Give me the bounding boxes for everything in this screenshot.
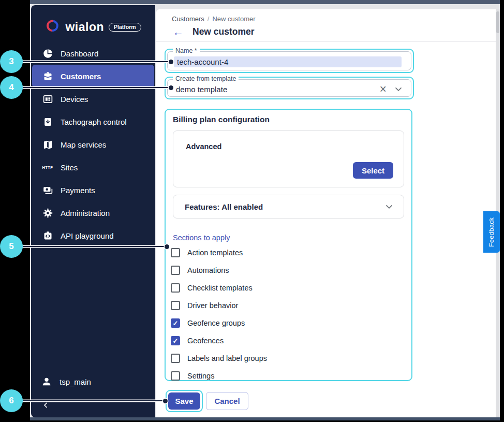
annotation-line-5: [21, 246, 166, 247]
breadcrumb-new-customer: New customer: [212, 15, 255, 23]
sidebar-item-label: Administration: [61, 209, 110, 217]
template-field-annotation-frame: Create from template demo template ×: [165, 77, 414, 99]
checkbox-automations[interactable]: ✓ Automations: [171, 261, 398, 279]
annotation-marker-4: 4: [0, 76, 23, 99]
api-code-icon: [41, 229, 54, 242]
sidebar-item-map-services[interactable]: Map services: [32, 133, 154, 156]
checkbox-icon: ✓: [171, 318, 180, 328]
checkbox-icon: ✓: [171, 354, 180, 363]
dashboard-icon: [41, 47, 54, 60]
template-selected-value: demo template: [176, 85, 380, 94]
sidebar-item-label: Tachograph control: [61, 118, 127, 126]
checkbox-geofence-groups[interactable]: ✓ Geofence groups: [171, 314, 398, 332]
sidebar-item-administration[interactable]: Administration: [32, 201, 154, 224]
annotation-marker-5: 5: [0, 235, 23, 258]
template-field-label: Create from template: [173, 75, 239, 82]
save-annotation-frame: Save: [166, 390, 203, 412]
tachograph-download-icon: [41, 115, 54, 128]
checkbox-driver-behavior[interactable]: ✓ Driver behavior: [171, 297, 398, 314]
name-field-label: Name *: [173, 47, 200, 54]
sidebar-item-sites[interactable]: HTTP Sites: [32, 156, 154, 179]
name-field[interactable]: Name * tech-account-4: [167, 51, 411, 70]
logo-wordmark: wialon: [65, 20, 104, 34]
person-icon: [40, 375, 53, 388]
sidebar-item-label: Customers: [61, 72, 101, 81]
sidebar-item-label: Devices: [61, 95, 88, 104]
logo: wialon Platform: [31, 18, 155, 36]
billing-plan-name: Advanced: [186, 142, 221, 151]
checkbox-icon: ✓: [171, 371, 180, 381]
features-accordion[interactable]: Features: All enabled: [173, 195, 404, 219]
chevron-down-icon[interactable]: [393, 84, 404, 94]
checkbox-checklist-templates[interactable]: ✓ Checklist templates: [171, 279, 398, 297]
screenshot-stage: wialon Platform Dashboard Customers: [0, 0, 504, 422]
feedback-tab[interactable]: Feedback: [483, 211, 500, 253]
clear-icon[interactable]: ×: [380, 84, 387, 94]
breadcrumb-customers[interactable]: Customers: [172, 15, 204, 23]
billing-plan-card: Advanced Select: [173, 130, 404, 187]
header-divider: [156, 41, 496, 42]
billing-section-annotation-frame: Billing plan configuration Advanced Sele…: [165, 109, 412, 381]
window-bottom-bar: [30, 417, 500, 420]
page-title: New customer: [192, 26, 255, 37]
checkbox-geofences[interactable]: ✓ Geofences: [171, 332, 398, 350]
annotation-line-4: [21, 87, 170, 88]
annotation-marker-6: 6: [0, 389, 23, 412]
devices-grid-icon: [41, 93, 54, 105]
scrollbar-thumb[interactable]: [496, 11, 499, 33]
save-button[interactable]: Save: [168, 392, 200, 410]
http-icon: HTTP: [41, 161, 54, 173]
window-top-bar: [30, 0, 500, 4]
sidebar-item-payments[interactable]: Payments: [32, 179, 154, 201]
chevron-down-icon: [384, 201, 394, 212]
checkbox-icon: ✓: [171, 301, 180, 310]
cancel-button[interactable]: Cancel: [206, 392, 248, 410]
briefcase-icon: [41, 70, 54, 82]
checkbox-icon: ✓: [171, 248, 180, 257]
template-select-field[interactable]: Create from template demo template ×: [167, 79, 411, 97]
sections-to-apply-label: Sections to apply: [173, 234, 230, 242]
annotation-line-3: [21, 61, 170, 62]
breadcrumb: Customers/New customer: [172, 15, 256, 23]
sidebar-item-label: Payments: [61, 186, 95, 195]
sidebar-item-devices[interactable]: Devices: [32, 88, 154, 110]
annotation-marker-3: 3: [0, 50, 23, 73]
sidebar-user[interactable]: tsp_main: [40, 374, 91, 389]
checkbox-icon: ✓: [171, 266, 180, 275]
name-input-value[interactable]: tech-account-4: [174, 56, 402, 67]
checkbox-action-templates[interactable]: ✓ Action templates: [171, 244, 398, 261]
sidebar-item-customers[interactable]: Customers: [32, 65, 154, 88]
checkbox-settings[interactable]: ✓ Settings: [171, 367, 398, 385]
breadcrumb-separator: /: [207, 15, 210, 23]
sidebar-item-api-playground[interactable]: API playground: [32, 224, 154, 247]
sidebar-nav: Dashboard Customers Devices Tachograph c…: [31, 42, 155, 247]
wialon-logo-icon: [45, 19, 61, 35]
gear-icon: [41, 207, 54, 219]
back-arrow-icon[interactable]: ←: [173, 26, 184, 37]
billing-section-title: Billing plan configuration: [173, 115, 270, 124]
username-label: tsp_main: [60, 377, 91, 386]
chevron-left-icon: [42, 401, 50, 409]
sidebar-item-label: API playground: [61, 231, 114, 240]
checkbox-icon: ✓: [171, 283, 180, 293]
main-content: Customers/New customer ← New customer Na…: [156, 9, 496, 417]
sidebar-item-label: Sites: [61, 163, 78, 172]
sections-checkbox-list: ✓ Action templates ✓ Automations ✓ Check…: [171, 244, 398, 385]
sidebar: wialon Platform Dashboard Customers: [31, 5, 155, 417]
sidebar-item-label: Dashboard: [61, 49, 98, 58]
name-field-annotation-frame: Name * tech-account-4: [165, 49, 414, 73]
platform-badge: Platform: [109, 23, 141, 32]
sidebar-item-label: Map services: [61, 140, 106, 149]
annotation-line-6: [21, 400, 164, 401]
payments-banknote-icon: [41, 184, 54, 196]
select-plan-button[interactable]: Select: [353, 162, 393, 179]
map-icon: [41, 138, 54, 151]
features-label: Features: All enabled: [185, 202, 263, 211]
checkbox-labels-and-label-groups[interactable]: ✓ Labels and label groups: [171, 350, 398, 367]
sidebar-item-tachograph[interactable]: Tachograph control: [32, 110, 154, 133]
checkbox-icon: ✓: [171, 336, 180, 345]
